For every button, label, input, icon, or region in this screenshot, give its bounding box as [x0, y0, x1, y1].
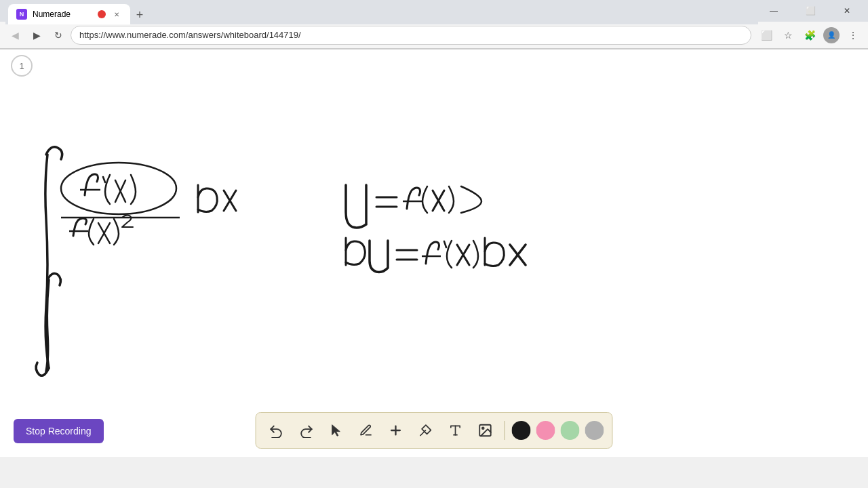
cast-icon[interactable]: ⬜ — [757, 26, 776, 45]
bottom-toolbar: Stop Recording — [0, 384, 868, 457]
svg-point-12 — [482, 427, 484, 429]
tab-bar: N Numerade ✕ + — [5, 0, 758, 24]
highlighter-tool-button[interactable] — [414, 418, 438, 443]
browser-chrome: N Numerade ✕ + — ⬜ ✕ ◀ ▶ ↻ https://www.n… — [0, 0, 868, 49]
maximize-button[interactable]: ⬜ — [795, 0, 826, 22]
tab-close-button[interactable]: ✕ — [111, 9, 122, 20]
new-tab-button[interactable]: + — [130, 5, 149, 24]
recording-dot — [98, 10, 106, 18]
color-green[interactable] — [561, 421, 580, 440]
bookmark-icon[interactable]: ☆ — [778, 26, 797, 45]
undo-button[interactable] — [264, 418, 289, 443]
back-button[interactable]: ◀ — [5, 26, 24, 45]
color-pink[interactable] — [536, 421, 555, 440]
tab-favicon: N — [16, 9, 27, 20]
minimize-button[interactable]: — — [758, 0, 789, 22]
add-button[interactable] — [384, 418, 408, 443]
tab-title: Numerade — [33, 9, 92, 19]
whiteboard[interactable]: 1 — [0, 49, 868, 457]
stop-recording-button[interactable]: Stop Recording — [14, 419, 104, 443]
title-bar: N Numerade ✕ + — ⬜ ✕ — [0, 0, 868, 22]
refresh-button[interactable]: ↻ — [49, 26, 68, 45]
page-number: 1 — [11, 55, 33, 77]
color-black[interactable] — [512, 421, 531, 440]
pen-tool-button[interactable] — [354, 418, 378, 443]
forward-button[interactable]: ▶ — [27, 26, 46, 45]
close-button[interactable]: ✕ — [831, 0, 863, 22]
menu-icon[interactable]: ⋮ — [844, 26, 863, 45]
math-content — [0, 49, 868, 457]
redo-button[interactable] — [294, 418, 319, 443]
address-bar[interactable]: https://www.numerade.com/answers/whitebo… — [71, 26, 751, 45]
window-controls: — ⬜ ✕ — [758, 0, 863, 22]
select-tool-button[interactable] — [324, 418, 349, 443]
text-tool-button[interactable] — [443, 418, 468, 443]
svg-marker-6 — [332, 425, 340, 436]
svg-point-0 — [61, 163, 176, 214]
color-gray[interactable] — [585, 421, 604, 440]
url-text: https://www.numerade.com/answers/whitebo… — [79, 30, 743, 40]
drawing-tools-palette — [256, 412, 613, 449]
tool-separator — [505, 421, 505, 440]
avatar: 👤 — [823, 27, 840, 43]
main-content: 1 — [0, 49, 868, 457]
profile-icon[interactable]: 👤 — [822, 26, 841, 45]
extension-icon[interactable]: 🧩 — [800, 26, 819, 45]
browser-tab[interactable]: N Numerade ✕ — [8, 4, 130, 24]
image-tool-button[interactable] — [473, 418, 498, 443]
nav-icons: ⬜ ☆ 🧩 👤 ⋮ — [757, 26, 863, 45]
navigation-bar: ◀ ▶ ↻ https://www.numerade.com/answers/w… — [0, 22, 868, 49]
